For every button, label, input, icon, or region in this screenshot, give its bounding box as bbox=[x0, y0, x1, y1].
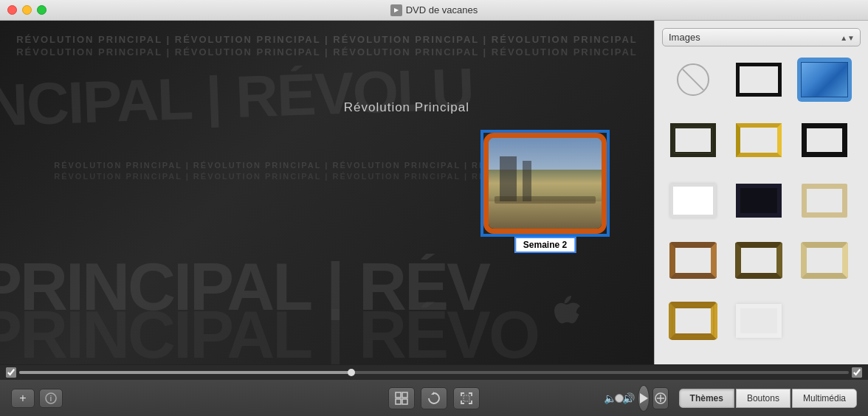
fullscreen-icon bbox=[653, 391, 668, 406]
video-panel: RÉVOLUTION PRINCIPAL | RÉVOLUTION PRINCI… bbox=[0, 21, 654, 364]
info-icon: i bbox=[45, 392, 57, 404]
main-content: RÉVOLUTION PRINCIPAL | RÉVOLUTION PRINCI… bbox=[0, 21, 868, 364]
bg-text-row-1: RÉVOLUTION PRINCIPAL | RÉVOLUTION PRINCI… bbox=[0, 34, 654, 45]
timeline[interactable] bbox=[0, 365, 868, 380]
frame-item-cream[interactable] bbox=[797, 178, 852, 223]
play-icon bbox=[638, 392, 649, 404]
svg-marker-8 bbox=[640, 393, 648, 403]
fullscreen-button[interactable] bbox=[652, 387, 669, 409]
video-thumbnail-area[interactable]: Semaine 2 bbox=[480, 130, 610, 237]
svg-text:i: i bbox=[50, 395, 52, 403]
frame-item-gold[interactable] bbox=[731, 118, 786, 162]
dvd-icon: ▶ bbox=[390, 4, 402, 16]
bottom-bar: + i bbox=[0, 364, 868, 416]
video-background: RÉVOLUTION PRINCIPAL | RÉVOLUTION PRINCI… bbox=[0, 21, 654, 364]
frame-item-black-thin[interactable] bbox=[731, 58, 786, 102]
frame-item-black-thick[interactable] bbox=[797, 118, 852, 162]
titlebar: ▶ DVD de vacanes bbox=[0, 0, 868, 21]
frame-item-white-simple[interactable] bbox=[731, 299, 786, 343]
frame-item-ornate-dark[interactable] bbox=[666, 118, 720, 162]
frame-item-brown-ornate[interactable] bbox=[666, 238, 720, 282]
frame-item-gold-ornate[interactable] bbox=[666, 299, 720, 343]
svg-rect-2 bbox=[396, 392, 401, 398]
frame-item-dark-ornate[interactable] bbox=[731, 238, 786, 282]
controls-row: + i bbox=[0, 380, 868, 416]
layout-button[interactable] bbox=[388, 387, 415, 409]
frame-item-dark-blue[interactable] bbox=[731, 178, 786, 223]
multimedia-tab[interactable]: Multimédia bbox=[792, 389, 857, 408]
add-button[interactable]: + bbox=[11, 389, 35, 408]
controls-right: 🔈 🔊 Thèmes Boutons bbox=[768, 385, 857, 412]
apple-logo-watermark bbox=[554, 296, 580, 335]
svg-marker-6 bbox=[431, 392, 434, 395]
window-controls[interactable] bbox=[7, 5, 46, 15]
panel-dropdown[interactable]: Images Cadres Réflexions Effets ▲▼ bbox=[662, 28, 861, 46]
rotate-icon bbox=[427, 391, 441, 406]
rotate-button[interactable] bbox=[421, 387, 447, 409]
info-button[interactable]: i bbox=[39, 389, 63, 408]
right-panel: Images Cadres Réflexions Effets ▲▼ bbox=[654, 21, 868, 364]
timeline-start-checkbox[interactable] bbox=[6, 367, 16, 378]
volume-thumb[interactable] bbox=[615, 394, 624, 403]
svg-rect-3 bbox=[402, 392, 407, 398]
frame-category-select[interactable]: Images Cadres Réflexions Effets bbox=[662, 28, 861, 46]
frame-item-none[interactable] bbox=[666, 58, 720, 102]
buttons-tab[interactable]: Boutons bbox=[736, 389, 790, 408]
layout-icon bbox=[394, 391, 409, 406]
window-title: DVD de vacanes bbox=[406, 4, 478, 15]
timeline-thumb[interactable] bbox=[348, 369, 355, 376]
maximize-button[interactable] bbox=[37, 5, 46, 15]
svg-rect-5 bbox=[402, 399, 407, 404]
scene-title: Révolution Principal bbox=[344, 100, 469, 115]
svg-rect-4 bbox=[396, 399, 401, 404]
minimize-button[interactable] bbox=[22, 5, 32, 15]
thumb-label: Semaine 2 bbox=[514, 237, 576, 253]
frame-item-white-thin[interactable] bbox=[666, 178, 720, 223]
frames-grid bbox=[662, 54, 861, 357]
play-button[interactable] bbox=[638, 385, 650, 412]
volume-max-icon: 🔊 bbox=[622, 392, 635, 404]
frame-item-blue-selected[interactable] bbox=[797, 58, 852, 102]
fit-button[interactable] bbox=[453, 387, 480, 409]
controls-left: + i bbox=[11, 389, 100, 408]
timeline-end-checkbox[interactable] bbox=[852, 367, 862, 378]
timeline-progress bbox=[19, 371, 351, 374]
bg-text-row-2: RÉVOLUTION PRINCIPAL | RÉVOLUTION PRINCI… bbox=[0, 46, 654, 58]
svg-rect-7 bbox=[464, 395, 469, 401]
bottom-tabs: Thèmes Boutons Multimédia bbox=[679, 389, 857, 408]
close-button[interactable] bbox=[7, 5, 17, 15]
window-title-bar: ▶ DVD de vacanes bbox=[390, 4, 478, 16]
timeline-track[interactable] bbox=[19, 371, 849, 374]
themes-tab[interactable]: Thèmes bbox=[679, 389, 734, 408]
fit-icon bbox=[459, 391, 474, 406]
frame-item-cream-ornate[interactable] bbox=[797, 238, 852, 282]
